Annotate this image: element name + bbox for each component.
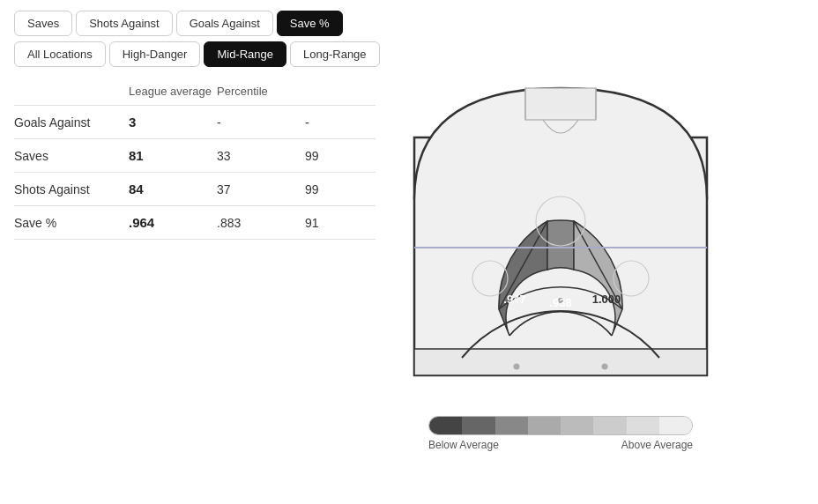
pct-save-pct: 91 xyxy=(305,216,376,230)
top-tab-row: Saves Shots Against Goals Against Save % xyxy=(14,11,804,36)
legend-seg-4 xyxy=(528,417,561,434)
svg-point-11 xyxy=(602,364,608,370)
label-save-pct: Save % xyxy=(14,216,129,230)
col-percentile: Percentile xyxy=(217,85,305,98)
svg-point-10 xyxy=(514,364,520,370)
svg-rect-2 xyxy=(525,88,596,120)
legend-label-above: Above Average xyxy=(621,439,693,451)
main-content: League average Percentile Goals Against … xyxy=(14,85,804,451)
pct-saves: 99 xyxy=(305,149,376,163)
stats-table: League average Percentile Goals Against … xyxy=(14,85,376,451)
rink-container: .947 .938 1.000 Below Average xyxy=(411,85,710,451)
value-save-pct: .964 xyxy=(129,215,217,230)
value-goals-against: 3 xyxy=(129,115,217,130)
location-tab-row: All Locations High-Danger Mid-Range Long… xyxy=(14,41,804,67)
stats-row-saves: Saves 81 33 99 xyxy=(14,138,376,172)
tab-save-pct[interactable]: Save % xyxy=(277,11,343,36)
col-league-avg: League average xyxy=(129,85,217,98)
tab-high-danger[interactable]: High-Danger xyxy=(109,41,201,67)
svg-text:1.000: 1.000 xyxy=(592,293,621,306)
stats-row-shots-against: Shots Against 84 37 99 xyxy=(14,172,376,205)
legend-seg-5 xyxy=(561,417,593,434)
legend-seg-7 xyxy=(627,417,659,434)
tab-long-range[interactable]: Long-Range xyxy=(290,41,380,67)
label-saves: Saves xyxy=(14,149,129,163)
svg-text:.938: .938 xyxy=(549,296,571,309)
pct-shots-against: 99 xyxy=(305,182,376,196)
rink-diagram: .947 .938 1.000 xyxy=(411,85,710,402)
pct-goals-against: - xyxy=(305,115,376,130)
tab-saves[interactable]: Saves xyxy=(14,11,72,36)
legend-seg-2 xyxy=(462,417,495,434)
league-shots-against: 37 xyxy=(217,182,305,196)
legend-seg-1 xyxy=(429,417,462,434)
legend-labels: Below Average Above Average xyxy=(428,439,693,451)
tab-goals-against[interactable]: Goals Against xyxy=(176,11,273,36)
col-label-empty xyxy=(14,85,129,98)
league-goals-against: - xyxy=(217,115,305,130)
tab-all-locations[interactable]: All Locations xyxy=(14,41,106,67)
value-shots-against: 84 xyxy=(129,182,217,196)
tab-shots-against[interactable]: Shots Against xyxy=(76,11,173,36)
legend-seg-3 xyxy=(495,417,528,434)
league-save-pct: .883 xyxy=(217,216,305,230)
label-goals-against: Goals Against xyxy=(14,115,129,130)
league-saves: 33 xyxy=(217,149,305,163)
legend: Below Average Above Average xyxy=(428,416,693,451)
stats-header: League average Percentile xyxy=(14,85,376,98)
tab-mid-range[interactable]: Mid-Range xyxy=(204,41,286,67)
legend-bar xyxy=(428,416,693,435)
stats-row-goals-against: Goals Against 3 - - xyxy=(14,105,376,138)
label-shots-against: Shots Against xyxy=(14,182,129,196)
svg-rect-1 xyxy=(414,349,707,375)
legend-label-below: Below Average xyxy=(428,439,499,451)
legend-seg-6 xyxy=(593,417,626,434)
legend-seg-8 xyxy=(659,417,692,434)
value-saves: 81 xyxy=(129,148,217,163)
stats-row-save-pct: Save % .964 .883 91 xyxy=(14,205,376,240)
svg-text:.947: .947 xyxy=(503,293,525,306)
